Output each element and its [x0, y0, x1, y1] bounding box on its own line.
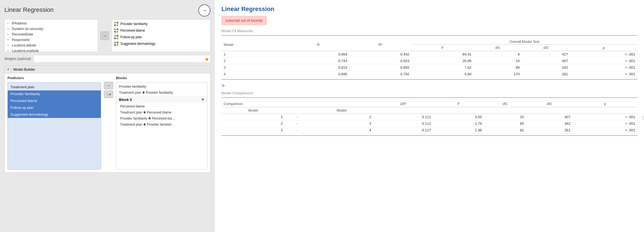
right-title: Linear Regression: [221, 5, 637, 13]
blocks-list: Provider familiarity Treatment plan ✱ Pr…: [116, 82, 207, 170]
block-3-label: Block 3: [119, 98, 132, 102]
comp-m1: 3: [221, 127, 285, 134]
table-row: 2 0.743 0.553 20.95 24 407 < .001: [221, 58, 637, 64]
block-header: Block 3 ✕: [116, 96, 207, 103]
variable-item[interactable]: ✏ Duration (in seconds): [5, 26, 98, 32]
move-right-button[interactable]: →: [100, 31, 109, 40]
var-label: RecordedDate: [12, 32, 33, 36]
model-builder-header[interactable]: ▾ | Model Builder: [5, 66, 210, 73]
col-model: Model: [221, 38, 287, 51]
left-panel: Linear Regression → ✏ IPAddress ✏ Durati…: [0, 0, 215, 232]
comp-df2: 407: [526, 114, 573, 120]
comp-m1: 2: [221, 120, 285, 127]
dep-item[interactable]: Provider familiarity: [113, 21, 209, 27]
dep-item[interactable]: Suggested dermatology: [113, 40, 209, 47]
model-comparisons-table: Comparison ΔR² F df1 df2 p Model Model 1…: [221, 101, 637, 134]
model-builder: ▾ | Model Builder Predictors Treatment p…: [4, 65, 210, 173]
comp-df2: 261: [526, 127, 573, 134]
comp-df1: 65: [484, 120, 526, 127]
f-val: 20.95: [412, 58, 474, 64]
col-cf: F: [433, 101, 484, 107]
comp-dr2: 0.112: [373, 120, 433, 127]
model-builder-label: Model Builder: [13, 67, 35, 71]
model-num: 3: [221, 64, 287, 71]
r-val: 0.890: [287, 71, 350, 78]
comp-df1: 20: [484, 114, 526, 120]
block-close-button[interactable]: ✕: [201, 97, 204, 102]
variable-item[interactable]: ✏ LocationLongitude: [5, 48, 98, 52]
block-sub-item[interactable]: Treatment plan ✱ Provider familiari…: [116, 121, 207, 128]
df1-val: 89: [474, 64, 522, 71]
model-builder-body: Predictors Treatment plan Provider famil…: [5, 73, 210, 172]
block-sub-item[interactable]: Treatment plan ✱ Perceived blame: [116, 109, 207, 115]
df2-val: 427: [522, 51, 570, 58]
predictor-item-selected[interactable]: Suggested dermatology: [8, 111, 101, 118]
dependent-list: Provider familiarity Perceived blame: [111, 19, 210, 52]
navigate-button[interactable]: →: [198, 4, 210, 16]
r-val: 0.664: [287, 51, 350, 58]
comp-dash: -: [285, 127, 310, 134]
comp-model-col2: Model: [310, 107, 373, 114]
weights-input[interactable]: ◆: [33, 55, 211, 63]
weights-row: Weights (optional) ◆: [4, 55, 210, 63]
df2-val: 407: [522, 58, 570, 64]
predictor-item-selected[interactable]: Follow-up plan: [8, 104, 101, 111]
pencil-icon: ✏: [7, 49, 10, 52]
comp-df2: 342: [526, 120, 573, 127]
more-button[interactable]: >: [221, 82, 637, 89]
pencil-icon: ✏: [7, 27, 10, 31]
variables-list: ✏ IPAddress ✏ Duration (in seconds) ✏ Re…: [4, 19, 98, 52]
pencil-icon: ✏: [7, 33, 10, 36]
predictors-list: Treatment plan Provider familiarity Perc…: [7, 82, 101, 170]
pencil-icon: ✏: [7, 22, 10, 25]
model-comparisons-title: Model Comparisons: [221, 91, 637, 95]
r2-val: 0.442: [349, 51, 412, 58]
variables-section: ✏ IPAddress ✏ Duration (in seconds) ✏ Re…: [4, 19, 210, 52]
arrow-right-icon: →: [202, 8, 207, 13]
variable-item[interactable]: ✏ IPAddress: [5, 21, 98, 26]
col-p: p: [570, 45, 637, 51]
col-f: F: [412, 45, 474, 51]
predictor-item[interactable]: Treatment plan: [8, 84, 101, 90]
var-label: LocationLatitude: [12, 43, 36, 47]
comparison-col-header: Comparison: [221, 101, 373, 107]
block-list-item[interactable]: Provider familiarity: [116, 84, 207, 90]
dep-item[interactable]: Follow-up plan: [113, 34, 209, 40]
comparisons-divider: [221, 97, 637, 98]
variable-item[interactable]: ✏ LocationLatitude: [5, 43, 98, 48]
f-val: 84.41: [412, 51, 474, 58]
dep-label: Suggested dermatology: [120, 42, 155, 46]
block-arrow-buttons: → →▾: [104, 73, 113, 172]
predictor-item-selected[interactable]: Perceived blame: [8, 97, 101, 104]
add-interaction-button[interactable]: →▾: [104, 90, 113, 98]
collapse-icon: ▾: [7, 68, 9, 71]
comp-model-col1: Model: [221, 107, 285, 114]
comp-dash: -: [285, 120, 310, 127]
predictor-item-selected[interactable]: Provider familiarity: [8, 90, 101, 97]
dep-item[interactable]: Perceived blame: [113, 27, 209, 34]
overall-model-test-header: Overall Model Test: [412, 38, 637, 45]
col-r: R: [287, 38, 350, 51]
comp-dash: -: [285, 114, 310, 120]
dep-label: Perceived blame: [120, 29, 145, 32]
block-sub-item[interactable]: Provider familiarity ✱ Perceived bla…: [116, 115, 207, 121]
df2-val: 342: [522, 64, 570, 71]
block-sub-item[interactable]: Perceived blame: [116, 103, 207, 109]
comp-row: 3 - 4 0.127 1.96 81 261 < .001: [221, 127, 637, 134]
col-df1: df1: [474, 45, 522, 51]
pencil-icon: ✏: [7, 44, 10, 47]
variable-item[interactable]: ✏ ResponseId: [5, 37, 98, 43]
r2-val: 0.665: [349, 64, 412, 71]
comp-m2: 3: [310, 120, 373, 127]
comparison-label: Comparison: [224, 102, 243, 106]
variable-item[interactable]: ✏ RecordedDate: [5, 32, 98, 37]
comp-p: < .001: [573, 114, 637, 120]
model-fit-bottom-divider: [221, 79, 637, 80]
variable-icon: [114, 41, 119, 46]
f-val: 7.62: [412, 64, 474, 71]
block-list-item[interactable]: Treatment plan ✱ Provider familiarity: [116, 90, 207, 96]
add-to-block-button[interactable]: →: [104, 82, 113, 89]
model-num: 4: [221, 71, 287, 78]
dep-label: Provider familiarity: [120, 22, 148, 26]
r2-val: 0.792: [349, 71, 412, 78]
